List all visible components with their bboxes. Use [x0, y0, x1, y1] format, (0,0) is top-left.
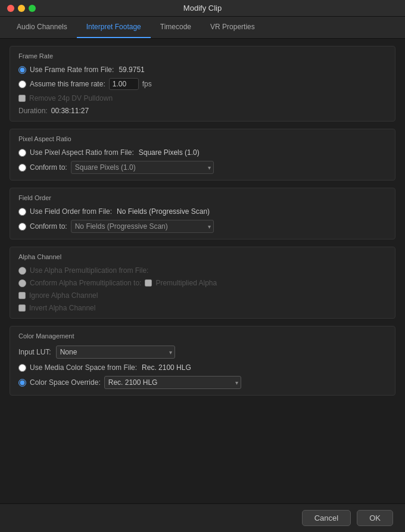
- pixel-aspect-ratio-section: Pixel Aspect Ratio Use Pixel Aspect Rati…: [10, 129, 395, 181]
- ignore-alpha-label: Ignore Alpha Channel: [29, 291, 98, 300]
- input-lut-row: Input LUT: None: [18, 346, 387, 359]
- pixel-aspect-ratio-title: Pixel Aspect Ratio: [18, 135, 387, 142]
- alpha-conform-premult-row: Conform Alpha Premultiplication to: Prem…: [18, 279, 387, 287]
- ok-button[interactable]: OK: [357, 510, 393, 526]
- tab-audio-channels[interactable]: Audio Channels: [7, 17, 77, 38]
- field-order-conform-row: Conform to: No Fields (Progressive Scan): [18, 220, 387, 233]
- alpha-premult-from-file-label: Use Alpha Premultiplication from File:: [30, 266, 148, 275]
- invert-alpha-label: Invert Alpha Channel: [29, 304, 95, 312]
- field-order-conform-label: Conform to:: [30, 222, 67, 231]
- par-from-file-radio[interactable]: [18, 149, 26, 157]
- tab-interpret-footage[interactable]: Interpret Footage: [77, 17, 151, 38]
- alpha-channel-section: Alpha Channel Use Alpha Premultiplicatio…: [10, 247, 395, 319]
- field-order-from-file-value: No Fields (Progressive Scan): [117, 207, 210, 216]
- window-controls[interactable]: [7, 5, 36, 12]
- remove-pulldown-label: Remove 24p DV Pulldown: [29, 94, 113, 102]
- alpha-conform-premult-label: Conform Alpha Premultiplication to:: [30, 279, 141, 287]
- par-conform-select-wrapper: Square Pixels (1.0): [71, 161, 214, 174]
- par-from-file-value: Square Pixels (1.0): [139, 148, 200, 157]
- maximize-button[interactable]: [29, 5, 36, 12]
- field-order-from-file-row: Use Field Order from File: No Fields (Pr…: [18, 207, 387, 216]
- tab-bar: Audio Channels Interpret Footage Timecod…: [0, 17, 405, 39]
- title-bar: Modify Clip: [0, 0, 405, 17]
- frame-rate-title: Frame Rate: [18, 52, 387, 60]
- close-button[interactable]: [7, 5, 14, 12]
- par-from-file-row: Use Pixel Aspect Ratio from File: Square…: [18, 148, 387, 157]
- input-lut-select-wrapper: None: [56, 346, 175, 359]
- assume-frame-rate-input[interactable]: [109, 78, 139, 90]
- input-lut-select[interactable]: None: [56, 346, 175, 359]
- color-space-override-select[interactable]: Rec. 2100 HLG: [104, 376, 241, 389]
- ignore-alpha-checkbox[interactable]: [18, 292, 26, 299]
- field-order-from-file-label: Use Field Order from File:: [30, 207, 112, 216]
- invert-alpha-row: Invert Alpha Channel: [18, 304, 387, 312]
- main-content: Frame Rate Use Frame Rate from File: 59.…: [0, 39, 405, 501]
- color-management-title: Color Management: [18, 332, 387, 340]
- field-order-section: Field Order Use Field Order from File: N…: [10, 188, 395, 239]
- par-conform-select[interactable]: Square Pixels (1.0): [71, 161, 214, 174]
- ignore-alpha-row: Ignore Alpha Channel: [18, 291, 387, 300]
- tab-timecode[interactable]: Timecode: [151, 17, 201, 38]
- use-media-color-space-value: Rec. 2100 HLG: [142, 363, 191, 372]
- cancel-button[interactable]: Cancel: [302, 510, 351, 526]
- remove-pulldown-checkbox[interactable]: [18, 95, 26, 102]
- use-media-color-space-row: Use Media Color Space from File: Rec. 21…: [18, 363, 387, 372]
- par-conform-label: Conform to:: [30, 163, 67, 172]
- color-space-override-select-wrapper: Rec. 2100 HLG: [104, 376, 241, 389]
- invert-alpha-checkbox[interactable]: [18, 304, 26, 312]
- field-order-conform-select[interactable]: No Fields (Progressive Scan): [71, 220, 214, 233]
- alpha-premult-from-file-row: Use Alpha Premultiplication from File:: [18, 266, 387, 275]
- field-order-title: Field Order: [18, 194, 387, 201]
- alpha-channel-title: Alpha Channel: [18, 253, 387, 260]
- color-space-override-label: Color Space Override:: [30, 378, 101, 387]
- assume-frame-rate-radio[interactable]: [18, 80, 26, 88]
- duration-label: Duration:: [18, 107, 48, 115]
- alpha-premult-from-file-radio[interactable]: [18, 267, 26, 275]
- frame-rate-section: Frame Rate Use Frame Rate from File: 59.…: [10, 46, 395, 122]
- frame-rate-from-file-row: Use Frame Rate from File: 59.9751: [18, 66, 387, 74]
- duration-row: Duration: 00:38:11:27: [18, 107, 387, 115]
- alpha-conform-premult-radio[interactable]: [18, 279, 26, 287]
- input-lut-label: Input LUT:: [18, 348, 51, 356]
- field-order-from-file-radio[interactable]: [18, 208, 26, 216]
- duration-value: 00:38:11:27: [51, 107, 89, 115]
- field-order-conform-radio[interactable]: [18, 223, 26, 231]
- par-conform-row: Conform to: Square Pixels (1.0): [18, 161, 387, 174]
- frame-rate-from-file-radio[interactable]: [18, 66, 26, 74]
- color-management-section: Color Management Input LUT: None Use Med…: [10, 326, 395, 396]
- par-from-file-label: Use Pixel Aspect Ratio from File:: [30, 148, 134, 157]
- premultiplied-alpha-label: Premultiplied Alpha: [155, 279, 217, 287]
- par-conform-radio[interactable]: [18, 164, 26, 172]
- frame-rate-from-file-label: Use Frame Rate from File:: [30, 66, 114, 74]
- assume-frame-rate-row: Assume this frame rate: fps: [18, 78, 387, 90]
- minimize-button[interactable]: [18, 5, 25, 12]
- footer: Cancel OK: [0, 503, 405, 532]
- frame-rate-from-file-value: 59.9751: [119, 66, 144, 74]
- premultiplied-alpha-checkbox[interactable]: [145, 279, 152, 287]
- use-media-color-space-label: Use Media Color Space from File:: [30, 363, 137, 372]
- color-space-override-radio[interactable]: [18, 379, 26, 387]
- color-space-override-row: Color Space Override: Rec. 2100 HLG: [18, 376, 387, 389]
- use-media-color-space-radio[interactable]: [18, 364, 26, 372]
- assume-frame-rate-label: Assume this frame rate:: [30, 80, 105, 88]
- window-title: Modify Clip: [183, 4, 222, 13]
- field-order-conform-select-wrapper: No Fields (Progressive Scan): [71, 220, 214, 233]
- remove-pulldown-row: Remove 24p DV Pulldown: [18, 94, 387, 102]
- fps-label: fps: [142, 80, 152, 88]
- tab-vr-properties[interactable]: VR Properties: [201, 17, 264, 38]
